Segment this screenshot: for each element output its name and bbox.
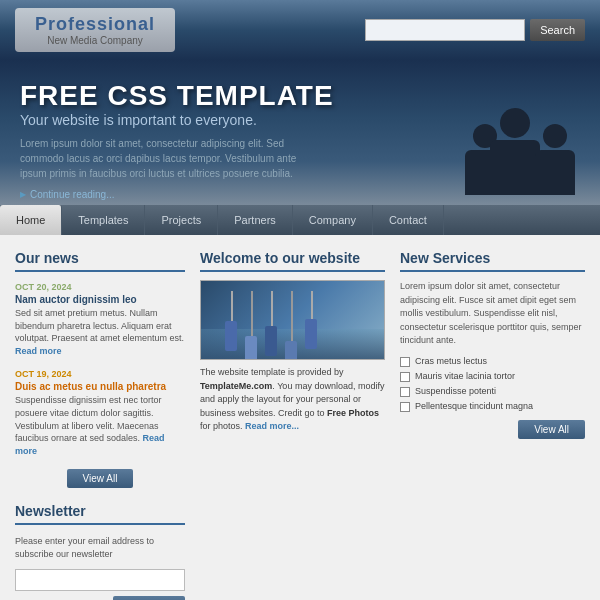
service-item-1: Cras metus lectus: [400, 356, 585, 367]
service-checkbox-2: [400, 372, 410, 382]
news-headline-2: Duis ac metus eu nulla pharetra: [15, 381, 185, 392]
news-view-all-button[interactable]: View All: [67, 469, 134, 488]
news-body-2: Suspendisse dignissim est nec tortor pos…: [15, 394, 185, 457]
welcome-read-more[interactable]: Read more...: [245, 421, 299, 431]
news-title: Our news: [15, 250, 185, 272]
search-area: Search: [365, 19, 585, 41]
welcome-title: Welcome to our website: [200, 250, 385, 272]
right-column: New Services Lorem ipsum dolor sit amet,…: [400, 250, 585, 600]
search-button[interactable]: Search: [530, 19, 585, 41]
nav-item-projects[interactable]: Projects: [145, 205, 218, 235]
subscribe-button[interactable]: Subscribe: [113, 596, 185, 600]
news-body-1: Sed sit amet pretium metus. Nullam biben…: [15, 307, 185, 357]
left-column: Our news OCT 20, 2024 Nam auctor digniss…: [15, 250, 185, 600]
service-label-1: Cras metus lectus: [415, 356, 487, 366]
welcome-body: The website template is provided by Temp…: [200, 366, 385, 434]
service-item-2: Mauris vitae lacinia tortor: [400, 371, 585, 382]
service-checkbox-4: [400, 402, 410, 412]
navigation: Home Templates Projects Partners Company…: [0, 205, 600, 235]
news-item-1: OCT 20, 2024 Nam auctor dignissim leo Se…: [15, 282, 185, 357]
service-label-4: Pellentesque tincidunt magna: [415, 401, 533, 411]
nav-item-templates[interactable]: Templates: [62, 205, 145, 235]
hero-section: FREE CSS TEMPLATE Your website is import…: [0, 60, 600, 205]
logo-title: Professional: [33, 14, 157, 35]
email-input[interactable]: [15, 569, 185, 591]
service-item-4: Pellentesque tincidunt magna: [400, 401, 585, 412]
services-title: New Services: [400, 250, 585, 272]
newsletter-section: Newsletter Please enter your email addre…: [15, 503, 185, 595]
news-headline-1: Nam auctor dignissim leo: [15, 294, 185, 305]
search-input[interactable]: [365, 19, 525, 41]
logo-area: Professional New Media Company: [15, 8, 175, 52]
header: Professional New Media Company Search: [0, 0, 600, 60]
news-date-2: OCT 19, 2024: [15, 369, 185, 379]
news-date-1: OCT 20, 2024: [15, 282, 185, 292]
center-column: Welcome to our website The website templ…: [200, 250, 385, 600]
service-checkbox-3: [400, 387, 410, 397]
nav-item-contact[interactable]: Contact: [373, 205, 444, 235]
read-more-1[interactable]: Read more: [15, 346, 62, 356]
service-label-2: Mauris vitae lacinia tortor: [415, 371, 515, 381]
content-area: Our news OCT 20, 2024 Nam auctor digniss…: [0, 235, 600, 600]
hero-image: [460, 65, 580, 195]
news-item-2: OCT 19, 2024 Duis ac metus eu nulla phar…: [15, 369, 185, 457]
services-view-all-button[interactable]: View All: [518, 420, 585, 439]
service-item-3: Suspendisse potenti: [400, 386, 585, 397]
welcome-image: [200, 280, 385, 360]
nav-item-company[interactable]: Company: [293, 205, 373, 235]
newsletter-title: Newsletter: [15, 503, 185, 525]
nav-item-home[interactable]: Home: [0, 205, 62, 235]
service-label-3: Suspendisse potenti: [415, 386, 496, 396]
hero-body: Lorem ipsum dolor sit amet, consectetur …: [20, 136, 300, 181]
services-body: Lorem ipsum dolor sit amet, consectetur …: [400, 280, 585, 348]
newsletter-description: Please enter your email address to subsc…: [15, 535, 185, 560]
logo-subtitle: New Media Company: [33, 35, 157, 46]
service-checkbox-1: [400, 357, 410, 367]
nav-item-partners[interactable]: Partners: [218, 205, 293, 235]
